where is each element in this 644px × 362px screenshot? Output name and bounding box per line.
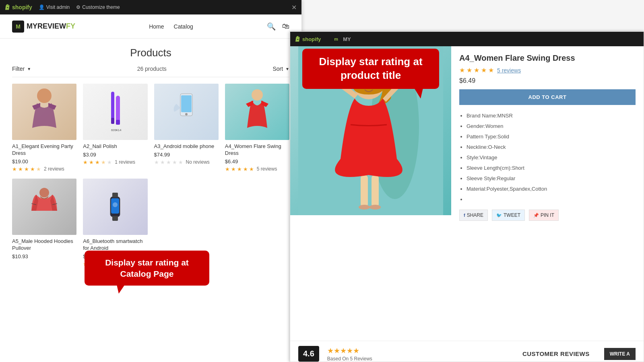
detail-product-name: A4_Women Flare Swing Dress	[459, 53, 636, 63]
sort-button[interactable]: Sort ▼	[272, 66, 289, 72]
detail-item: Gender:Women	[466, 121, 636, 132]
product-name-p1: A1_Elegant Evening Party Dress	[12, 143, 76, 157]
nav-home[interactable]: Home	[149, 23, 164, 30]
detail-product-stars: ★ ★ ★ ★ ★ 5 reviews	[459, 66, 636, 74]
store-header: m MYREVIEWfy Home Catalog 🔍 🛍	[0, 14, 301, 39]
detail-item: Sleeve Length(cm):Short	[466, 163, 636, 173]
product-image-p4	[225, 84, 289, 140]
products-count: 26 products	[137, 66, 167, 72]
facebook-icon: f	[464, 213, 465, 218]
chevron-down-icon: ▼	[27, 67, 31, 71]
product-card-p5[interactable]: A5_Male Hooded Hoodies Pullover $10.93	[12, 179, 76, 267]
product-stars-p2: ★ ★ ★ ★ ★ 1 reviews	[83, 159, 147, 165]
customize-theme-link[interactable]: ⚙ Customize theme	[76, 4, 120, 10]
product-price-p3: $74.99	[154, 152, 219, 158]
products-section: Products Filter ▼ 26 products Sort ▼	[0, 39, 301, 275]
filter-button[interactable]: Filter ▼	[12, 66, 31, 72]
product-image-p1	[12, 84, 76, 140]
product-card-p1[interactable]: A1_Elegant Evening Party Dress $19.00 ★ …	[12, 84, 76, 172]
pin-button[interactable]: 📌 PIN IT	[529, 210, 559, 221]
store-logo: m MYREVIEWfy	[12, 21, 75, 33]
svg-point-10	[252, 89, 263, 101]
write-review-button[interactable]: WRITE A	[604, 348, 636, 360]
detail-store-mini: m MY	[331, 34, 351, 44]
product-price-p2: $3.09	[83, 152, 147, 158]
product-image-p6	[83, 179, 147, 235]
product-image-area	[290, 46, 451, 341]
detail-review-link[interactable]: 5 reviews	[497, 67, 521, 74]
svg-point-18	[113, 202, 118, 207]
logo-icon: m	[12, 21, 24, 33]
products-grid: A1_Elegant Evening Party Dress $19.00 ★ …	[12, 84, 289, 267]
detail-panel: shopify m MY Display star rating at prod…	[290, 31, 644, 362]
product-stars-p1: ★ ★ ★ ★ ★ 2 reviews	[12, 166, 76, 172]
rating-stars-row: ★★★★★ Based On 5 Reviews	[327, 346, 372, 362]
review-count-p3: No reviews	[186, 159, 210, 165]
product-name-p6: A6_Bluetooth smartwatch for Android	[83, 238, 147, 252]
catalog-callout: Display star rating at Catalog Page	[85, 251, 209, 286]
admin-bar-close-icon[interactable]: ✕	[291, 4, 297, 11]
product-stars-p3: ★ ★ ★ ★ ★ No reviews	[154, 159, 219, 165]
rating-badge: 4.6	[298, 346, 319, 362]
svg-rect-16	[112, 193, 118, 197]
nav-catalog[interactable]: Catalog	[174, 23, 193, 30]
pinterest-icon: 📌	[533, 213, 539, 218]
product-stars-p4: ★ ★ ★ ★ ★ 5 reviews	[225, 166, 289, 172]
store-icons: 🔍 🛍	[267, 22, 289, 31]
svg-point-26	[369, 205, 381, 210]
tweet-button[interactable]: 🐦 TWEET	[492, 210, 525, 221]
product-card-p4[interactable]: A4_Women Flare Swing Dress $6.49 ★ ★ ★ ★…	[225, 84, 289, 172]
svg-rect-8	[181, 95, 192, 112]
chevron-down-icon: ▼	[285, 67, 289, 71]
svg-text:414: 414	[116, 128, 122, 132]
product-card-p3[interactable]: A3_Android mobile phone $74.99 ★ ★ ★ ★ ★…	[154, 84, 219, 172]
review-count-p4: 5 reviews	[257, 166, 277, 172]
detail-item: Material:Polyester,Spandex,Cotton	[466, 184, 636, 194]
add-to-cart-button[interactable]: ADD TO CART	[459, 89, 636, 105]
svg-rect-4	[116, 120, 120, 125]
detail-admin-bar: shopify m MY	[290, 32, 644, 46]
share-row: f SHARE 🐦 TWEET 📌 PIN IT	[459, 210, 636, 221]
svg-rect-17	[112, 216, 118, 221]
detail-item: Neckline:O-Neck	[466, 142, 636, 152]
product-image-p3	[154, 84, 219, 140]
review-count-p1: 2 reviews	[44, 166, 64, 172]
product-name-p3: A3_Android mobile phone	[154, 143, 219, 150]
share-button[interactable]: f SHARE	[459, 210, 488, 221]
shopify-logo: shopify	[5, 4, 32, 10]
product-details-list: Brand Name:MNSR Gender:Women Pattern Typ…	[459, 111, 636, 205]
products-toolbar: Filter ▼ 26 products Sort ▼	[12, 66, 289, 77]
detail-item: Style:Vintage	[466, 152, 636, 163]
catalog-panel: shopify 👤 Visit admin ⚙ Customize theme …	[0, 0, 302, 362]
product-image-p2: 609 414	[83, 84, 147, 140]
svg-rect-3	[111, 118, 114, 124]
detail-item: Sleeve Style:Regular	[466, 173, 636, 184]
svg-rect-23	[361, 175, 368, 207]
review-section: 4.6 ★★★★★ Based On 5 Reviews CUSTOMER RE…	[290, 341, 644, 362]
product-image-p5	[12, 179, 76, 235]
product-name-p2: A2_Nail Polish	[83, 143, 147, 150]
svg-point-11	[39, 188, 49, 197]
customer-reviews-title: CUSTOMER REVIEWS	[522, 350, 590, 357]
review-count-p2: 1 reviews	[115, 159, 135, 165]
cart-icon[interactable]: 🛍	[282, 22, 289, 31]
product-detail-info: A4_Women Flare Swing Dress ★ ★ ★ ★ ★ 5 r…	[451, 46, 644, 341]
product-price-p1: $19.00	[12, 158, 76, 165]
rating-stars: ★★★★★	[327, 346, 372, 355]
visit-admin-link[interactable]: 👤 Visit admin	[39, 4, 70, 10]
store-nav: Home Catalog	[149, 23, 193, 30]
search-icon[interactable]: 🔍	[267, 22, 276, 31]
svg-rect-24	[372, 175, 379, 207]
product-card-p2[interactable]: 609 414 A2_Nail Polish $3.09 ★ ★ ★ ★ ★ 1…	[83, 84, 147, 172]
detail-shopify-logo: shopify	[295, 36, 321, 42]
page-title: Products	[12, 47, 289, 59]
product-name-p4: A4_Women Flare Swing Dress	[225, 143, 289, 157]
admin-bar: shopify 👤 Visit admin ⚙ Customize theme …	[0, 0, 301, 14]
detail-price: $6.49	[459, 77, 636, 84]
twitter-icon: 🐦	[496, 213, 502, 218]
detail-item: Pattern Type:Solid	[466, 132, 636, 142]
detail-content: A4_Women Flare Swing Dress ★ ★ ★ ★ ★ 5 r…	[290, 46, 644, 341]
svg-point-9	[185, 113, 188, 115]
svg-point-0	[37, 88, 52, 103]
product-price-p5: $10.93	[12, 253, 76, 259]
